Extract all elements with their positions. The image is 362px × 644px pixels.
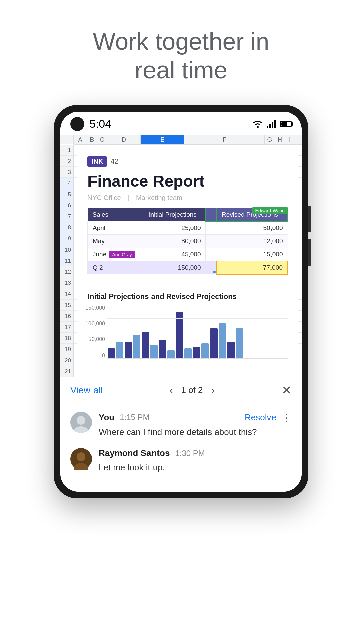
- status-bar: 5:04: [60, 112, 302, 135]
- bar-dark: [125, 342, 132, 359]
- bar-light: [236, 328, 243, 359]
- resolve-button[interactable]: Resolve: [245, 412, 276, 423]
- col-b: B: [87, 135, 97, 144]
- cell-june-revised: 15,000: [217, 248, 288, 261]
- battery-icon: [280, 121, 292, 127]
- comment-text-raymond: Let me look it up.: [99, 461, 292, 473]
- document-header: INK 42 Finance Report NYC Office | Marke…: [77, 147, 298, 292]
- comment-raymond: Raymond Santos 1:30 PM Let me look it up…: [70, 448, 292, 473]
- col-e: E: [141, 135, 184, 144]
- bar-dark: [210, 328, 218, 359]
- prev-page-button[interactable]: ‹: [170, 384, 173, 396]
- table-header-empty: [206, 208, 217, 221]
- col-f: F: [184, 135, 265, 144]
- bar-dark: [193, 347, 200, 359]
- phone-volume-buttons: [308, 206, 311, 266]
- status-icons: [252, 120, 292, 128]
- bar-light: [133, 335, 140, 359]
- col-d: D: [107, 135, 141, 144]
- bar-dark: [227, 342, 235, 359]
- pagination-controls: ‹ 1 of 2 ›: [170, 384, 215, 396]
- bar-dark: [159, 340, 166, 359]
- spreadsheet-toolbar: View all ‹ 1 of 2 › ✕: [60, 377, 302, 404]
- row-numbers: 1 2 3 4 5 6 7 8 9 10 11 12 13 14 15 16 1: [60, 145, 74, 377]
- close-button[interactable]: ✕: [282, 383, 292, 397]
- svg-rect-3: [272, 122, 273, 128]
- page-indicator: 1 of 2: [181, 385, 203, 395]
- bar-dark: [108, 348, 115, 359]
- bar-group-5: [176, 312, 192, 359]
- next-page-button[interactable]: ›: [211, 384, 215, 396]
- avatar-you: [70, 412, 92, 433]
- comment-header-you: You 1:15 PM Resolve ⋮: [99, 412, 292, 423]
- cell-april-mid: [206, 221, 217, 235]
- comment-text-you: Where can I find more details about this…: [99, 426, 292, 438]
- table-row: June Ann Gray 45,000 15,000: [88, 248, 288, 261]
- cell-april-revised: 50,000: [217, 221, 288, 235]
- cell-q2-initial: 150,000: [144, 261, 206, 274]
- bar-light: [219, 323, 226, 359]
- page-headline: Work together in real time: [66, 27, 296, 85]
- finance-report-title: Finance Report: [87, 172, 288, 191]
- chart-section: Initial Projections and Revised Projecti…: [77, 292, 298, 371]
- bar-light: [150, 345, 158, 359]
- ann-gray-cursor: Ann Gray: [109, 251, 135, 258]
- wifi-icon: [252, 120, 263, 128]
- view-all-button[interactable]: View all: [70, 385, 103, 396]
- table-header-initial: Initial Projections: [144, 208, 206, 221]
- badge-number: 42: [110, 157, 118, 166]
- svg-rect-4: [274, 120, 276, 128]
- col-c: C: [97, 135, 107, 144]
- cell-april-initial: 25,000: [144, 221, 206, 235]
- bar-group-6: [193, 343, 209, 359]
- chart-baseline: [107, 358, 288, 359]
- comment-body-you: You 1:15 PM Resolve ⋮ Where can I find m…: [99, 412, 292, 438]
- phone-screen: 5:04: [60, 112, 302, 492]
- bar-group-8: [227, 328, 243, 359]
- bar-group-4: [159, 340, 175, 359]
- bar-group-2: [125, 335, 140, 359]
- svg-point-6: [77, 416, 85, 425]
- col-g: G: [265, 135, 275, 144]
- status-time: 5:04: [89, 117, 111, 130]
- data-table-container: Edward Wang Sales Initial Projections: [87, 208, 288, 275]
- comment-body-raymond: Raymond Santos 1:30 PM Let me look it up…: [99, 448, 292, 473]
- cell-q2: Q 2: [88, 261, 144, 274]
- bar-chart: 150,000 100,000 50,000 0: [87, 305, 288, 365]
- col-h: H: [275, 135, 285, 144]
- avatar-raymond: [70, 448, 92, 473]
- comment-header-raymond: Raymond Santos 1:30 PM: [99, 448, 292, 459]
- comment-time-raymond: 1:30 PM: [175, 449, 205, 458]
- cell-may-mid: [206, 234, 217, 248]
- column-headers: A B C D E F G H I: [74, 135, 302, 145]
- chart-y-axis: 150,000 100,000 50,000 0: [87, 305, 107, 359]
- comment-author-you: You: [99, 412, 114, 423]
- doc-subtitle: NYC Office | Marketing team: [87, 194, 288, 202]
- cell-april: April: [88, 221, 144, 235]
- comment-author-raymond: Raymond Santos: [99, 448, 170, 459]
- comments-section: You 1:15 PM Resolve ⋮ Where can I find m…: [60, 404, 302, 492]
- cell-june: June Ann Gray: [88, 248, 144, 261]
- col-i: I: [285, 135, 295, 144]
- table-header-sales: Sales: [88, 208, 144, 221]
- comment-you: You 1:15 PM Resolve ⋮ Where can I find m…: [70, 412, 292, 438]
- comment-time-you: 1:15 PM: [120, 413, 149, 422]
- phone-mockup: 5:04: [54, 105, 308, 498]
- edward-wang-cursor: Edward Wang: [252, 207, 288, 214]
- finance-table: Sales Initial Projections Revised Projec…: [87, 208, 288, 275]
- spreadsheet-area[interactable]: A B C D E F G H I 1 2 3 4: [60, 135, 302, 377]
- cell-may: May: [88, 234, 144, 248]
- cell-may-initial: 80,000: [144, 234, 206, 248]
- svg-rect-1: [267, 126, 268, 128]
- svg-point-9: [77, 452, 85, 461]
- col-a: A: [74, 135, 87, 144]
- signal-icon: [267, 120, 276, 128]
- bar-group-1: [108, 342, 123, 359]
- bar-light: [167, 350, 175, 359]
- cell-q2-mid: [206, 261, 217, 274]
- bar-light: [184, 348, 192, 359]
- bar-dark: [176, 312, 183, 359]
- more-options-button-you[interactable]: ⋮: [282, 412, 292, 423]
- svg-rect-2: [269, 124, 271, 128]
- table-row: May 80,000 12,000: [88, 234, 288, 248]
